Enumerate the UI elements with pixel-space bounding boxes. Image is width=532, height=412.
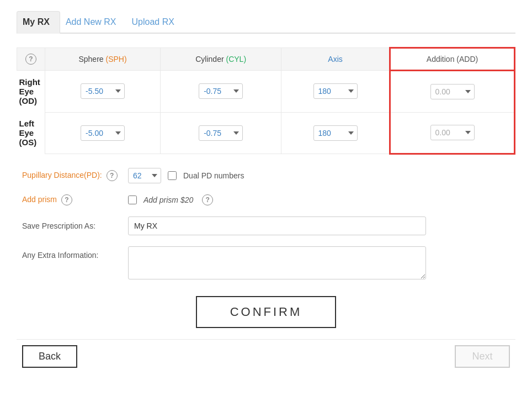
right-eye-addition-select[interactable]: 0.00 +0.25 +0.50 [430,84,475,99]
right-eye-cylinder-select[interactable]: -0.75 -0.50 0.00 [199,83,243,99]
form-section: Pupillary Distance(PD): ? 62 60 64 58 66… [17,168,515,279]
save-prescription-input[interactable] [128,216,426,235]
prescription-table: ? Sphere (SPH) Cylinder (CYL) Axis Addit… [17,47,515,155]
save-prescription-label: Save Prescription As: [22,221,121,230]
axis-header-label: Axis [328,55,342,64]
pd-help-icon[interactable]: ? [107,170,118,181]
right-eye-cylinder-cell: -0.75 -0.50 0.00 [161,71,281,113]
save-prescription-row: Save Prescription As: [22,216,510,235]
left-eye-sphere-cell: -5.00 -5.50 -4.50 [45,112,160,154]
left-eye-cylinder-cell: -0.75 -0.50 0.00 [161,112,281,154]
add-prism-checkbox[interactable] [128,196,137,204]
left-eye-addition-cell: 0.00 +0.25 +0.50 [390,112,515,154]
sphere-header-label: Sphere (SPH) [78,55,126,64]
left-eye-sphere-select[interactable]: -5.00 -5.50 -4.50 [81,125,125,141]
prism-help-icon[interactable]: ? [61,194,72,205]
right-eye-axis-cell: 180 170 90 [281,71,390,113]
table-help-icon[interactable]: ? [25,54,36,65]
pd-select-wrapper: 62 60 64 58 66 [128,168,161,183]
add-prism-label: Add prism $20 [143,196,193,204]
confirm-area: CONFIRM [17,296,515,328]
tab-upload-rx[interactable]: Upload RX [126,12,184,33]
axis-header: Axis [281,48,390,71]
pd-select[interactable]: 62 60 64 58 66 [128,168,161,183]
cylinder-header: Cylinder (CYL) [161,48,281,71]
prism-row: Add prism ? Add prism $20 ? [22,194,510,205]
right-eye-sphere-select[interactable]: -5.50 -5.00 -4.50 [81,83,125,99]
tab-add-new-rx[interactable]: Add New RX [60,12,126,33]
back-button[interactable]: Back [22,345,77,368]
dual-pd-label: Dual PD numbers [183,171,244,180]
confirm-button[interactable]: CONFIRM [196,296,337,328]
pd-label: Pupillary Distance(PD): ? [22,170,121,181]
tab-my-rx[interactable]: My RX [17,11,60,34]
right-eye-addition-cell: 0.00 +0.25 +0.50 [390,71,515,113]
left-eye-cylinder-select[interactable]: -0.75 -0.50 0.00 [199,125,243,141]
right-eye-label: Right Eye (OD) [17,71,45,113]
left-eye-label: Left Eye (OS) [17,112,45,154]
right-eye-axis-select[interactable]: 180 170 90 [313,83,358,99]
tabs-container: My RX Add New RX Upload RX [17,11,515,34]
next-button[interactable]: Next [455,345,510,368]
bottom-nav: Back Next [17,339,515,373]
add-prism-help-icon[interactable]: ? [202,194,213,205]
extra-info-row: Any Extra Information: [22,246,510,279]
prism-label: Add prism ? [22,194,121,205]
left-eye-addition-select[interactable]: 0.00 +0.25 +0.50 [430,125,475,140]
help-header-cell: ? [17,48,45,71]
left-eye-row: Left Eye (OS) -5.00 -5.50 -4.50 -0.75 [17,112,515,154]
sphere-header: Sphere (SPH) [45,48,160,71]
left-eye-axis-select[interactable]: 180 170 90 [313,125,358,141]
cylinder-header-label: Cylinder (CYL) [195,55,246,64]
extra-info-label: Any Extra Information: [22,246,121,260]
right-eye-sphere-cell: -5.50 -5.00 -4.50 [45,71,160,113]
extra-info-textarea[interactable] [128,246,426,279]
addition-header: Addition (ADD) [390,48,515,71]
right-eye-row: Right Eye (OD) -5.50 -5.00 -4.50 -0.75 [17,71,515,113]
left-eye-axis-cell: 180 170 90 [281,112,390,154]
dual-pd-checkbox[interactable] [168,171,177,180]
page-container: My RX Add New RX Upload RX ? Sphere (SPH… [0,0,532,412]
pd-row: Pupillary Distance(PD): ? 62 60 64 58 66… [22,168,510,183]
addition-header-label: Addition (ADD) [427,55,478,64]
